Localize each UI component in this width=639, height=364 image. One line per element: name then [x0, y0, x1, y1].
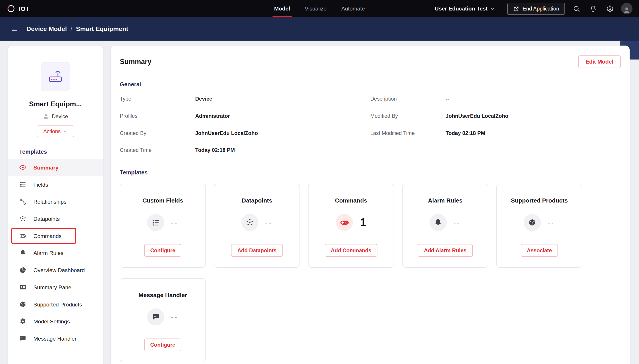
card-datapoints: Datapoints -- Add Datapoints: [214, 184, 300, 268]
sidebar-item-label: Overview Dashboard: [34, 267, 85, 273]
info-row-profiles: Profiles Administrator: [120, 113, 370, 119]
datapoints-icon: [241, 214, 258, 231]
product-cube-icon: [524, 214, 541, 231]
commands-controller-icon: [19, 232, 26, 240]
add-datapoints-button[interactable]: Add Datapoints: [231, 244, 282, 257]
sidebar-templates-heading: Templates: [19, 148, 103, 155]
back-arrow-icon[interactable]: ←: [10, 25, 18, 33]
alarm-bell-icon: [19, 249, 26, 257]
tab-model[interactable]: Model: [274, 0, 290, 17]
tab-automate[interactable]: Automate: [341, 0, 365, 17]
brand[interactable]: IOT: [6, 4, 30, 13]
card-count: --: [171, 219, 178, 226]
sidebar-item-commands[interactable]: Commands: [8, 227, 103, 244]
add-commands-button[interactable]: Add Commands: [325, 244, 378, 257]
template-cards-row-1: Custom Fields -- Configure Datapoints --: [120, 184, 621, 268]
summary-header: Summary Edit Model: [120, 46, 621, 75]
sidebar-item-fields[interactable]: Fields: [8, 176, 103, 193]
device-type-label: Device: [52, 113, 68, 119]
sidebar-item-overview-dashboard[interactable]: Overview Dashboard: [8, 262, 103, 279]
configure-custom-fields-button[interactable]: Configure: [144, 244, 182, 257]
relationships-icon: [19, 198, 26, 206]
card-count: --: [454, 219, 461, 226]
gear-icon: [19, 318, 26, 325]
info-label: Type: [120, 96, 195, 102]
card-count: --: [548, 219, 555, 226]
info-value: --: [446, 96, 449, 102]
topbar-right: User Education Test End Application: [435, 3, 632, 14]
edit-model-button[interactable]: Edit Model: [578, 55, 620, 68]
sidebar-item-relationships[interactable]: Relationships: [8, 193, 103, 210]
fields-icon: [147, 214, 164, 231]
sidebar-item-summary[interactable]: Summary: [8, 159, 103, 176]
info-value: Today 02:18 PM: [195, 147, 235, 153]
card-body: --: [430, 214, 461, 231]
tab-visualize[interactable]: Visualize: [305, 0, 327, 17]
configure-message-handler-button[interactable]: Configure: [144, 338, 182, 351]
fields-icon: [19, 181, 26, 188]
settings-gear-icon[interactable]: [604, 3, 615, 14]
info-row-description: Description --: [370, 96, 620, 102]
card-title: Message Handler: [138, 292, 187, 298]
summary-panel-card: Summary Edit Model General Type Device P…: [111, 46, 630, 364]
user-avatar[interactable]: [621, 3, 632, 14]
actions-button[interactable]: Actions: [36, 126, 74, 138]
chevron-down-icon: [63, 129, 68, 134]
search-icon[interactable]: [571, 3, 582, 14]
general-section-heading: General: [120, 81, 621, 88]
sidebar-item-label: Relationships: [34, 198, 66, 204]
info-label: Created By: [120, 130, 195, 136]
sidebar-item-supported-products[interactable]: Supported Products: [8, 296, 103, 313]
sidebar-item-model-settings[interactable]: Model Settings: [8, 313, 103, 330]
zoho-iot-logo-icon: [6, 4, 16, 13]
associate-products-button[interactable]: Associate: [521, 244, 558, 257]
alarm-bell-icon: [430, 214, 447, 231]
notifications-bell-icon[interactable]: [588, 3, 598, 14]
topbar: IOT Model Visualize Automate User Educat…: [0, 0, 639, 17]
message-bubble-icon: [19, 335, 26, 342]
sidebar-item-label: Commands: [34, 233, 62, 239]
app-viewport: IOT Model Visualize Automate User Educat…: [0, 0, 639, 364]
info-value: JohnUserEdu LocalZoho: [446, 113, 508, 119]
sidebar-item-summary-panel[interactable]: Summary Panel: [8, 278, 103, 296]
commands-controller-icon: [336, 214, 353, 231]
info-row-created-by: Created By JohnUserEdu LocalZoho: [120, 130, 370, 136]
product-cube-icon: [19, 301, 26, 308]
general-left-column: Type Device Profiles Administrator Creat…: [120, 96, 370, 164]
org-selector-label: User Education Test: [435, 6, 488, 12]
card-alarm-rules: Alarm Rules -- Add Alarm Rules: [402, 184, 488, 268]
template-cards-row-2: Message Handler -- Configure: [120, 278, 621, 362]
card-body: --: [524, 214, 555, 231]
info-value: JohnUserEdu LocalZoho: [195, 130, 258, 136]
card-body: --: [241, 214, 273, 231]
sidebar-item-label: Fields: [34, 182, 48, 188]
card-message-handler: Message Handler -- Configure: [120, 278, 206, 362]
org-selector[interactable]: User Education Test: [435, 6, 495, 12]
templates-section-heading: Templates: [120, 169, 621, 176]
end-application-button[interactable]: End Application: [508, 3, 565, 14]
card-body: 1: [336, 214, 366, 231]
eye-icon: [19, 164, 26, 171]
summary-panel-icon: [19, 284, 26, 291]
info-label: Profiles: [120, 113, 195, 119]
card-title: Alarm Rules: [428, 197, 462, 204]
sidebar-item-datapoints[interactable]: Datapoints: [8, 210, 103, 227]
sidebar-item-label: Alarm Rules: [34, 250, 63, 256]
info-value: Device: [195, 96, 212, 102]
card-commands: Commands 1 Add Commands: [308, 184, 394, 268]
sidebar-item-message-handler[interactable]: Message Handler: [8, 330, 103, 347]
card-count: --: [265, 219, 273, 226]
device-type: Device: [8, 113, 103, 119]
breadcrumb: Device Model / Smart Equipment: [26, 25, 128, 32]
card-title: Custom Fields: [142, 197, 183, 204]
add-alarm-rules-button[interactable]: Add Alarm Rules: [418, 244, 472, 257]
device-model-image: [41, 62, 70, 92]
page-header: ← Device Model / Smart Equipment: [0, 17, 639, 41]
breadcrumb-parent[interactable]: Device Model: [26, 25, 67, 32]
dashboard-pie-icon: [19, 266, 26, 274]
sidebar-item-alarm-rules[interactable]: Alarm Rules: [8, 244, 103, 262]
general-info-grid: Type Device Profiles Administrator Creat…: [120, 96, 621, 164]
breadcrumb-separator: /: [70, 25, 72, 32]
card-count: 1: [360, 216, 366, 229]
top-nav-tabs: Model Visualize Automate: [274, 0, 365, 17]
